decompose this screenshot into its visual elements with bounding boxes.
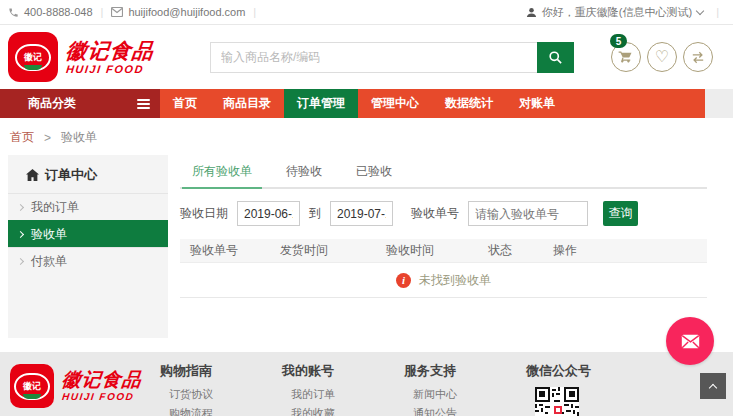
footer-col-my-account: 我的账号 我的订单 我的收藏	[282, 362, 404, 416]
search-icon	[548, 50, 563, 65]
logo-name-cn: 徽记食品	[65, 40, 155, 61]
back-to-top-button[interactable]	[700, 373, 726, 399]
category-label: 商品分类	[28, 95, 76, 112]
category-menu-button[interactable]: 商品分类	[0, 89, 160, 118]
nav-menu: 首页 商品目录 订单管理 管理中心 数据统计 对账单	[160, 89, 705, 118]
main-panel: 所有验收单 待验收 已验收 验收日期 到 验收单号 查询 验收单号 发货时间 验…	[180, 155, 707, 298]
nav-item-orders[interactable]: 订单管理	[284, 89, 358, 118]
sidebar-item-label: 验收单	[31, 226, 67, 243]
topbar-user-menu[interactable]: 你好，重庆徽隆(信息中心测试) |	[526, 5, 727, 20]
footer-col-service-support: 服务支持 新闻中心 通知公告	[404, 362, 526, 416]
search-input[interactable]	[210, 42, 537, 73]
footer-link-shopping-process[interactable]: 购物流程	[169, 406, 282, 416]
chevron-up-icon	[709, 383, 717, 391]
nav-item-home[interactable]: 首页	[160, 89, 210, 118]
tab-pending[interactable]: 待验收	[276, 155, 332, 189]
logo-mark: 徽记	[8, 32, 58, 82]
nav-item-statement[interactable]: 对账单	[506, 89, 568, 118]
footer-link-announcements[interactable]: 通知公告	[413, 406, 526, 416]
logo-bowl-text: 徽记	[24, 51, 42, 64]
footer-link-news-center[interactable]: 新闻中心	[413, 387, 526, 402]
tab-all-acceptance[interactable]: 所有验收单	[182, 155, 262, 189]
nav-item-catalog[interactable]: 商品目录	[210, 89, 284, 118]
logo-name-en: HUIJI FOOD	[65, 64, 154, 75]
breadcrumb-separator: >	[44, 131, 51, 145]
breadcrumb: 首页 > 验收单	[0, 118, 733, 155]
footer-col-title: 我的账号	[282, 362, 404, 380]
col-header-ship-time: 发货时间	[280, 242, 386, 259]
footer-link-order-agreement[interactable]: 订货协议	[169, 387, 282, 402]
heart-icon: ♡	[655, 49, 669, 65]
table-header-row: 验收单号 发货时间 验收时间 状态 操作	[180, 239, 707, 263]
date-to-input[interactable]	[330, 201, 393, 226]
sidebar-title: 订单中心	[8, 155, 168, 193]
exchange-button[interactable]	[683, 42, 713, 72]
tabs: 所有验收单 待验收 已验收	[180, 155, 707, 189]
footer-col-title: 服务支持	[404, 362, 526, 380]
footer-link-my-favorites[interactable]: 我的收藏	[291, 406, 404, 416]
footer-link-my-orders[interactable]: 我的订单	[291, 387, 404, 402]
home-icon	[26, 169, 39, 181]
empty-message: 未找到验收单	[419, 272, 491, 289]
phone-icon	[8, 7, 19, 18]
footer: 徽记 徽记食品 HUIJI FOOD 购物指南 订货协议 购物流程 我的账号 我…	[0, 352, 733, 416]
breadcrumb-current: 验收单	[61, 129, 97, 146]
main-nav: 商品分类 首页 商品目录 订单管理 管理中心 数据统计 对账单	[0, 89, 733, 118]
nav-item-stats[interactable]: 数据统计	[432, 89, 506, 118]
user-icon	[526, 7, 537, 18]
divider: |	[253, 6, 256, 18]
footer-col-wechat: 微信公众号	[526, 362, 648, 416]
logo-bowl-icon: 徽记	[15, 44, 51, 71]
logo-bowl-text: 徽记	[23, 380, 41, 393]
logo-name-cn: 徽记食品	[61, 370, 143, 389]
hamburger-icon	[137, 99, 150, 109]
info-icon: i	[396, 273, 411, 288]
topbar-phone-text: 400-8888-048	[24, 6, 93, 18]
topbar-phone: 400-8888-048	[8, 6, 93, 18]
nav-item-admin[interactable]: 管理中心	[358, 89, 432, 118]
envelope-icon	[681, 334, 700, 349]
date-from-input[interactable]	[237, 201, 300, 226]
col-header-number: 验收单号	[180, 242, 280, 259]
logo-name-en: HUIJI FOOD	[61, 392, 142, 402]
mail-icon	[111, 7, 123, 17]
acceptance-number-input[interactable]	[468, 201, 588, 226]
logo-text: 徽记食品 HUIJI FOOD	[66, 40, 154, 75]
footer-col-title: 购物指南	[160, 362, 282, 380]
topbar: 400-8888-048 | huijifood@huijifood.com |…	[0, 0, 733, 25]
sidebar-title-text: 订单中心	[45, 166, 97, 184]
logo-mark: 徽记	[10, 364, 54, 408]
date-to-label: 到	[309, 205, 321, 222]
footer-col-title: 微信公众号	[526, 362, 648, 380]
tab-accepted[interactable]: 已验收	[346, 155, 402, 189]
chevron-right-icon	[17, 257, 24, 264]
sidebar-item-payment[interactable]: 付款单	[8, 247, 168, 274]
search-box	[210, 42, 574, 73]
chevron-right-icon	[17, 230, 24, 237]
date-filter-label: 验收日期	[180, 205, 228, 222]
sidebar-item-acceptance[interactable]: 验收单	[8, 220, 168, 247]
footer-logo: 徽记 徽记食品 HUIJI FOOD	[10, 364, 142, 408]
chevron-down-icon	[696, 6, 704, 14]
breadcrumb-home[interactable]: 首页	[10, 129, 34, 146]
query-button[interactable]: 查询	[603, 201, 638, 226]
acceptance-table: 验收单号 发货时间 验收时间 状态 操作 i 未找到验收单	[180, 239, 707, 298]
topbar-email[interactable]: huijifood@huijifood.com	[111, 6, 245, 18]
sidebar-item-label: 我的订单	[31, 199, 79, 216]
user-greeting: 你好，重庆徽隆(信息中心测试)	[542, 5, 692, 20]
brand-logo[interactable]: 徽记 徽记食品 HUIJI FOOD	[8, 32, 154, 82]
logo-text: 徽记食品 HUIJI FOOD	[62, 370, 142, 402]
contact-mail-button[interactable]	[666, 317, 714, 365]
favorites-button[interactable]: ♡	[647, 42, 677, 72]
cart-button[interactable]: 5	[611, 42, 641, 72]
col-header-actions: 操作	[553, 242, 707, 259]
search-button[interactable]	[537, 42, 574, 73]
footer-col-shopping-guide: 购物指南 订货协议 购物流程	[160, 362, 282, 416]
sidebar-item-my-orders[interactable]: 我的订单	[8, 193, 168, 220]
col-header-status: 状态	[488, 242, 553, 259]
cart-icon	[618, 49, 634, 65]
number-filter-label: 验收单号	[411, 205, 459, 222]
header-quick-icons: 5 ♡	[611, 42, 713, 72]
header: 徽记 徽记食品 HUIJI FOOD 5	[0, 25, 733, 89]
col-header-accept-time: 验收时间	[386, 242, 488, 259]
